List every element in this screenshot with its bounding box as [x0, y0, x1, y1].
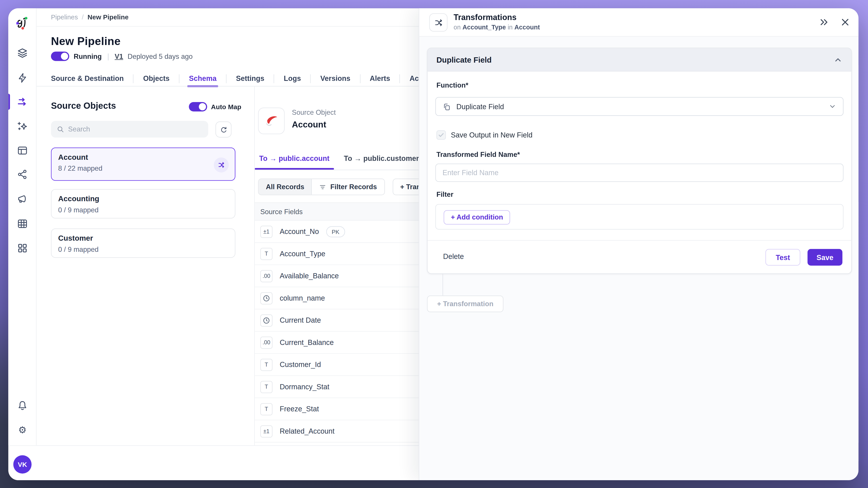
source-object-card-accounting[interactable]: Accounting 0 / 9 mapped [51, 189, 236, 219]
gear-icon[interactable]: ⚙ [17, 424, 28, 436]
layout-panel-icon[interactable] [17, 145, 28, 156]
add-transformation-button[interactable]: + Transformation [427, 295, 503, 312]
automap-toggle[interactable] [189, 102, 207, 111]
tab-alerts[interactable]: Alerts [360, 70, 400, 86]
transformation-connector-line [442, 274, 443, 295]
field-name-input[interactable] [435, 164, 843, 182]
decimal-type-icon: .00 [260, 336, 273, 348]
active-nav-indicator [8, 94, 10, 110]
field-name: Current Date [280, 316, 321, 324]
function-select[interactable]: Duplicate Field [435, 97, 843, 116]
datetime-type-icon [260, 314, 273, 326]
field-name: Account_No [280, 227, 319, 235]
tab-logs[interactable]: Logs [274, 70, 310, 86]
avatar[interactable]: VK [13, 455, 32, 473]
add-condition-button[interactable]: + Add condition [443, 210, 510, 225]
status-label: Running [74, 52, 102, 60]
text-type-icon: T [260, 403, 273, 415]
tab-settings[interactable]: Settings [226, 70, 274, 86]
source-objects-panel: Source Objects Auto Map [36, 86, 255, 445]
test-button[interactable]: Test [766, 249, 800, 266]
object-name: Accounting [58, 195, 228, 203]
app-window: ⚙ VK Pipelines / New Pipeline New Pipeli… [8, 8, 859, 480]
breadcrumb-separator: / [82, 13, 84, 21]
field-name: Freeze_Stat [280, 405, 319, 413]
page-title: New Pipeline [51, 35, 121, 48]
save-output-checkbox[interactable] [436, 131, 446, 140]
subtitle-field: Account_Type [463, 24, 506, 31]
dest-tab-public-customer[interactable]: To → public.customer [344, 154, 419, 170]
search-input[interactable] [68, 125, 190, 133]
transformations-title: Transformations [454, 13, 517, 22]
save-output-label: Save Output in New Field [451, 131, 533, 139]
filter-icon [319, 183, 327, 190]
all-records-button[interactable]: All Records [259, 179, 312, 195]
tab-schema[interactable]: Schema [180, 70, 226, 86]
records-segmented-control: All Records Filter Records [258, 178, 385, 195]
number-type-icon: ±1 [260, 425, 273, 437]
tab-objects[interactable]: Objects [134, 70, 179, 86]
megaphone-icon[interactable] [17, 193, 28, 205]
source-connector-logo [258, 108, 285, 134]
field-name: Current_Balance [280, 338, 334, 346]
transformations-icon-box [429, 13, 447, 32]
automap-label: Auto Map [211, 103, 241, 111]
pipelines-icon[interactable] [17, 96, 28, 108]
object-name: Customer [58, 234, 228, 242]
sparkles-icon[interactable] [17, 120, 28, 132]
transformations-header: Transformations on Account_Type in Accou… [419, 8, 859, 36]
primary-key-badge: PK [326, 226, 345, 237]
field-name: Available_Balance [280, 271, 339, 280]
object-mapped-count: 0 / 9 mapped [58, 206, 228, 214]
text-type-icon: T [260, 358, 273, 371]
filter-label: Filter [436, 191, 453, 199]
filter-conditions-box: + Add condition [435, 204, 843, 230]
version-link[interactable]: V1 [115, 52, 123, 60]
share-network-icon[interactable] [17, 169, 28, 180]
source-object-card-customer[interactable]: Customer 0 / 9 mapped [51, 228, 236, 258]
apps-grid-icon[interactable] [17, 242, 28, 254]
search-box[interactable] [51, 121, 208, 138]
desktop: ⚙ VK Pipelines / New Pipeline New Pipeli… [0, 0, 868, 488]
dest-tab-public-account[interactable]: To → public.account [259, 154, 330, 170]
chevron-up-icon[interactable] [834, 56, 842, 64]
tab-source-destination[interactable]: Source & Destination [51, 70, 133, 86]
shuffle-icon [218, 161, 225, 169]
tab-versions[interactable]: Versions [311, 70, 360, 86]
transformations-panel: Transformations on Account_Type in Accou… [418, 8, 859, 480]
breadcrumb-parent[interactable]: Pipelines [51, 13, 78, 21]
source-objects-title: Source Objects [51, 101, 116, 111]
source-object-label: Source Object [292, 109, 336, 117]
collapse-panel-icon[interactable] [818, 17, 830, 28]
running-toggle[interactable] [51, 52, 69, 61]
breadcrumb-current: New Pipeline [88, 13, 128, 21]
close-icon[interactable] [840, 17, 851, 28]
all-records-label: All Records [266, 183, 304, 191]
delete-button[interactable]: Delete [443, 252, 464, 260]
refresh-icon [220, 126, 227, 134]
save-button[interactable]: Save [807, 249, 842, 266]
card-title: Duplicate Field [436, 55, 492, 64]
destination-tabs: To → public.account To → public.customer [259, 154, 419, 170]
layers-icon[interactable] [17, 47, 28, 59]
filter-records-button[interactable]: Filter Records [312, 179, 384, 195]
field-name-label: Transformed Field Name* [436, 151, 520, 159]
text-type-icon: T [260, 381, 273, 393]
bell-icon[interactable] [17, 400, 28, 411]
datetime-type-icon [260, 292, 273, 304]
mapping-badge[interactable] [214, 157, 229, 172]
source-object-card-account[interactable]: Account 8 / 22 mapped [51, 147, 236, 181]
field-name: Customer_Id [280, 361, 321, 369]
table-icon[interactable] [17, 218, 28, 230]
text-type-icon: T [260, 248, 273, 260]
function-value: Duplicate Field [457, 102, 823, 111]
shuffle-icon [434, 18, 443, 27]
source-object-name: Account [292, 120, 326, 130]
app-logo [14, 13, 32, 31]
function-label: Function* [436, 82, 468, 89]
refresh-button[interactable] [215, 121, 231, 138]
zap-icon[interactable] [17, 72, 28, 84]
card-header[interactable]: Duplicate Field [428, 48, 851, 71]
source-fields-header-label: Source Fields [260, 208, 303, 216]
status-row: Running | V1 Deployed 5 days ago [51, 52, 193, 61]
